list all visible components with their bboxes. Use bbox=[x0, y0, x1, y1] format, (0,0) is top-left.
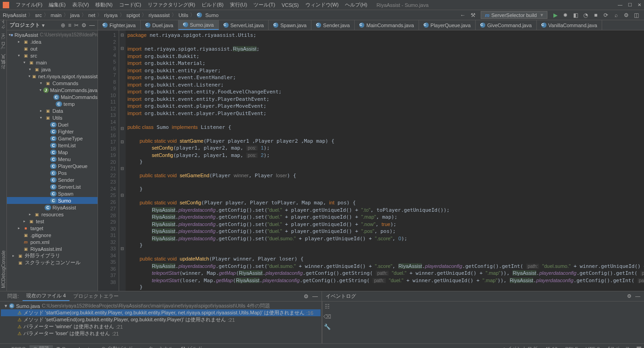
tab-ServerList.java[interactable]: CServerList.java bbox=[219, 20, 269, 30]
tree-out[interactable]: ▣out bbox=[7, 45, 98, 52]
tree-外部ライブラリ[interactable]: ▸▣外部ライブラリ bbox=[7, 252, 98, 259]
close-button[interactable]: ✕ bbox=[638, 2, 641, 7]
menu-ツール(T)[interactable]: ツール(T) bbox=[251, 0, 278, 9]
wrench-icon[interactable]: 🔧 bbox=[324, 324, 331, 330]
tree-net.riyaya.spigot.riyaassist[interactable]: ▾▣net.riyaya.spigot.riyaassist bbox=[7, 73, 98, 80]
hide-icon[interactable]: — bbox=[89, 22, 95, 29]
debug-icon[interactable]: ✹ bbox=[561, 11, 569, 19]
project-tool-button[interactable]: プロジェクト bbox=[0, 22, 6, 53]
menu-コード(C)[interactable]: コード(C) bbox=[116, 0, 144, 9]
sb-right-item[interactable]: CRLF bbox=[561, 346, 582, 348]
collapse-icon[interactable]: ✂ bbox=[74, 22, 79, 29]
tree-Sender[interactable]: CSender bbox=[7, 176, 98, 183]
filter-icon[interactable]: ☷ bbox=[325, 303, 330, 310]
tree-src[interactable]: ▾▣src bbox=[7, 52, 98, 59]
tree-.idea[interactable]: ▸▣.idea bbox=[7, 38, 98, 45]
tree-.gitignore[interactable]: ▣.gitignore bbox=[7, 232, 98, 238]
sb-right-item[interactable]: 45:13 bbox=[541, 346, 561, 348]
tree-target[interactable]: ▸■target bbox=[7, 225, 98, 232]
menu-ビルド(B)[interactable]: ビルド(B) bbox=[199, 0, 226, 9]
favorites-tool-button[interactable]: お気に入り bbox=[0, 58, 6, 73]
tree-Spawn[interactable]: CSpawn bbox=[7, 190, 98, 197]
sb-ターミナル[interactable]: >_ターミナル bbox=[137, 345, 177, 348]
tree-ItemList[interactable]: CItemList bbox=[7, 142, 98, 149]
tree-MainCommands.java[interactable]: ▾JMainCommands.java bbox=[7, 87, 98, 93]
current-file-tab[interactable]: 現在のファイル 4 bbox=[23, 291, 69, 301]
coverage-icon[interactable]: ◧ bbox=[571, 11, 580, 19]
tree-test[interactable]: ▸▣test bbox=[7, 218, 98, 225]
tree-Data[interactable]: ▸▣Data bbox=[7, 107, 98, 114]
sb-問題[interactable]: ⊘問題 bbox=[29, 345, 53, 348]
menu-実行(U)[interactable]: 実行(U) bbox=[227, 0, 250, 9]
notification-badge[interactable] bbox=[637, 347, 641, 348]
tree-main[interactable]: ▾▣main bbox=[7, 59, 98, 66]
tab-PlayerQueue.java[interactable]: CPlayerQueue.java bbox=[419, 20, 476, 30]
gear-icon[interactable]: ⚙ bbox=[81, 22, 86, 29]
run-config-selector[interactable]: mServerSelector build▾ bbox=[481, 11, 547, 19]
search-icon[interactable]: ⌕ bbox=[612, 11, 620, 19]
sb-Dependencies[interactable]: ⧉Dependencies bbox=[53, 345, 98, 348]
tab-Fighter.java[interactable]: CFighter.java bbox=[98, 20, 141, 30]
tree-Map[interactable]: CMap bbox=[7, 149, 98, 156]
tree-Menu[interactable]: CMenu bbox=[7, 156, 98, 162]
sb-ビルド[interactable]: ⚒ビルド bbox=[177, 345, 206, 348]
hammer-icon[interactable]: ⚒ bbox=[469, 11, 477, 19]
clear-icon[interactable]: ⌫ bbox=[323, 313, 331, 320]
sb-right-item[interactable]: UTF-8 bbox=[582, 346, 604, 348]
structure-tool-button[interactable]: MCDebugConsole bbox=[1, 250, 6, 288]
expand-icon[interactable]: ≡ bbox=[68, 22, 71, 29]
hide-icon[interactable]: — bbox=[635, 293, 640, 299]
sb-right-item[interactable]: 4スペース bbox=[604, 345, 634, 348]
tree-RiyaAssist.iml[interactable]: ▣RiyaAssist.iml bbox=[7, 245, 98, 252]
gear-icon[interactable]: ⚙ bbox=[304, 293, 309, 300]
tree-RiyaAssist[interactable]: ▾■RiyaAssistC:\Users\riyaya1528\IdeaProj… bbox=[7, 31, 98, 38]
stop-icon[interactable]: ■ bbox=[592, 11, 600, 19]
problem-item[interactable]: ⚠ メソッド 'startGame(org.bukkit.entity.Play… bbox=[1, 309, 321, 316]
tree-スクラッチとコンソール[interactable]: ▣スクラッチとコンソール bbox=[7, 259, 98, 266]
sync-icon[interactable]: ⟳ bbox=[602, 11, 610, 19]
sb-自動ビルド[interactable]: ⟳自動ビルド bbox=[98, 345, 137, 348]
menu-VCS(S)[interactable]: VCS(S) bbox=[279, 1, 301, 9]
gear-icon[interactable]: ⚙ bbox=[627, 293, 632, 299]
tree-resources[interactable]: ▸▣resources bbox=[7, 211, 98, 218]
problems-list[interactable]: ▾ C Sumo.java C:\Users\riyaya1528\IdeaPr… bbox=[0, 302, 322, 343]
settings-icon[interactable]: ⚙ bbox=[622, 11, 630, 19]
tree-Pos[interactable]: CPos bbox=[7, 169, 98, 176]
tree-pom.xml[interactable]: mpom.xml bbox=[7, 238, 98, 245]
problem-item[interactable]: ⚠ メソッド 'setGameEnd(org.bukkit.entity.Pla… bbox=[1, 316, 321, 323]
minimize-button[interactable]: — bbox=[618, 2, 622, 7]
select-opened-icon[interactable]: ⊕ bbox=[61, 22, 65, 29]
code-editor[interactable]: package net.riyaya.spigot.riyaassist.Uti… bbox=[126, 30, 644, 291]
hide-icon[interactable]: — bbox=[312, 293, 318, 300]
sb-right-item[interactable]: ○ イベントログ bbox=[499, 345, 541, 348]
problem-item[interactable]: ⚠ パラメーター 'winner' は使用されません :21 bbox=[1, 323, 321, 330]
tree-temp[interactable]: Ctemp bbox=[7, 100, 98, 107]
tree-Fighter[interactable]: CFighter bbox=[7, 128, 98, 135]
fold-gutter[interactable]: ⊟⊟⊟⊟⊟⊟⊟ bbox=[119, 30, 126, 291]
menu-ファイル(F)[interactable]: ファイル(F) bbox=[13, 0, 45, 9]
sb-TODO[interactable]: ≡TODO bbox=[3, 345, 29, 348]
project-errors-tab[interactable]: プロジェクトエラー bbox=[69, 292, 122, 301]
menu-表示(V)[interactable]: 表示(V) bbox=[69, 0, 92, 9]
tree-Sumo[interactable]: CSumo bbox=[7, 197, 98, 204]
run-icon[interactable]: ▶ bbox=[551, 11, 559, 19]
menu-編集(E)[interactable]: 編集(E) bbox=[46, 0, 69, 9]
menu-ウィンドウ(W)[interactable]: ウィンドウ(W) bbox=[303, 0, 342, 9]
tree-RiyaAssist[interactable]: CRiyaAssist bbox=[7, 204, 98, 211]
tab-VanillaCommand.java[interactable]: CVanillaCommand.java bbox=[537, 20, 602, 30]
tree-Duel[interactable]: CDuel bbox=[7, 121, 98, 128]
maximize-button[interactable]: ☐ bbox=[628, 2, 632, 7]
tree-MainCommands[interactable]: CMainCommands bbox=[7, 93, 98, 100]
project-tree[interactable]: ▾■RiyaAssistC:\Users\riyaya1528\IdeaProj… bbox=[7, 30, 98, 291]
tree-PlayerQueue[interactable]: CPlayerQueue bbox=[7, 162, 98, 169]
tab-Sender.java[interactable]: CSender.java bbox=[311, 20, 355, 30]
tree-GameType[interactable]: CGameType bbox=[7, 135, 98, 142]
tab-Sumo.java[interactable]: CSumo.java bbox=[178, 20, 219, 30]
structure-icon[interactable]: ◫ bbox=[632, 11, 640, 19]
problem-item[interactable]: ⚠ パラメーター 'loser' は使用されません :21 bbox=[1, 330, 321, 337]
menu-リファクタリング(R)[interactable]: リファクタリング(R) bbox=[145, 0, 198, 9]
editor-tabs[interactable]: CFighter.javaCDuel.javaCSumo.javaCServer… bbox=[98, 20, 644, 30]
tab-Duel.java[interactable]: CDuel.java bbox=[141, 20, 178, 30]
tab-MainCommands.java[interactable]: CMainCommands.java bbox=[355, 20, 419, 30]
tree-java[interactable]: ▾▣java bbox=[7, 66, 98, 73]
